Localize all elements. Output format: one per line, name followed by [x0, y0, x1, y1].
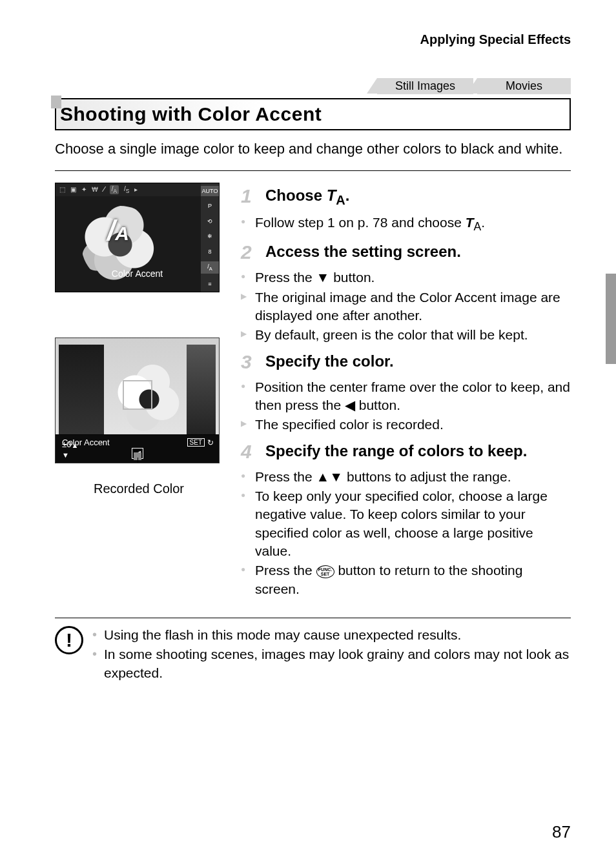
caution-callout: ! Using the flash in this mode may cause…	[55, 626, 571, 683]
step-1-number: 1	[241, 187, 258, 208]
rail-p: P	[201, 201, 219, 211]
step-4-bullet-2: To keep only your specified color, choos…	[241, 487, 571, 560]
step-4-number: 4	[241, 442, 258, 461]
divider	[55, 170, 571, 171]
recorded-color-caption: Recorded Color	[55, 481, 223, 496]
step-1-title: Choose TA.	[265, 187, 349, 208]
caution-icon: !	[55, 626, 83, 654]
media-type-tabs: Still Images Movies	[55, 78, 571, 94]
section-title: Shooting with Color Accent	[60, 103, 322, 125]
caution-bullet-2: In some shooting scenes, images may look…	[92, 645, 571, 682]
caution-bullet-1: Using the flash in this mode may cause u…	[92, 626, 571, 644]
overlay-range-value: ±0▲▼	[62, 439, 78, 459]
page-number: 87	[552, 822, 571, 842]
section-title-bar: Shooting with Color Accent	[55, 98, 571, 130]
step-4-bullet-3: Press the FUNC.SET button to return to t…	[241, 561, 571, 598]
section-intro: Choose a single image color to keep and …	[55, 139, 571, 159]
divider	[55, 618, 571, 618]
camera-screen-mode-select: ⬚▣✦₩ ⁄/A /S▸ /A Color Accent AUTO P ⟲ ❄ …	[55, 183, 220, 292]
step-2-number: 2	[241, 243, 258, 262]
overlay-set-icon: SET↻	[187, 438, 214, 447]
step-3-number: 3	[241, 352, 258, 372]
step-4-bullet-1: Press the ▲▼ buttons to adjust the range…	[241, 468, 571, 486]
rail-auto: AUTO	[201, 186, 219, 196]
center-frame	[123, 380, 152, 410]
step-3-title: Specify the color.	[265, 352, 394, 372]
tab-still-images: Still Images	[377, 78, 473, 94]
mode-brush-a-icon: /A	[107, 214, 129, 247]
step-2-bullet-3: By default, green is the color that will…	[241, 326, 571, 344]
mode-label: Color Accent	[56, 268, 219, 279]
section-header: Applying Special Effects	[55, 32, 571, 47]
step-2-bullet-1: Press the ▼ button.	[241, 268, 571, 287]
step-2-bullet-2: The original image and the Color Accent …	[241, 288, 571, 325]
step-3-bullet-1: Position the center frame over the color…	[241, 378, 571, 415]
step-2-title: Access the setting screen.	[265, 243, 461, 262]
func-set-button-icon: FUNC.SET	[316, 565, 334, 578]
down-button-icon: ▼	[316, 268, 330, 287]
step-3-bullet-2: The specified color is recorded.	[241, 416, 571, 434]
left-button-icon: ◀	[345, 396, 355, 414]
color-accent-mode-icon: T	[466, 215, 474, 230]
color-accent-mode-icon: T	[327, 187, 336, 204]
tab-movies: Movies	[477, 78, 571, 94]
up-down-buttons-icon: ▲▼	[316, 468, 344, 486]
step-1-bullet-1: Follow step 1 on p. 78 and choose TA.	[241, 214, 571, 235]
step-4-title: Specify the range of colors to keep.	[265, 442, 527, 461]
edge-tab-marker	[606, 274, 616, 364]
camera-screen-color-pick: Color Accent ±0▲▼ ◀ SET↻	[55, 338, 220, 463]
